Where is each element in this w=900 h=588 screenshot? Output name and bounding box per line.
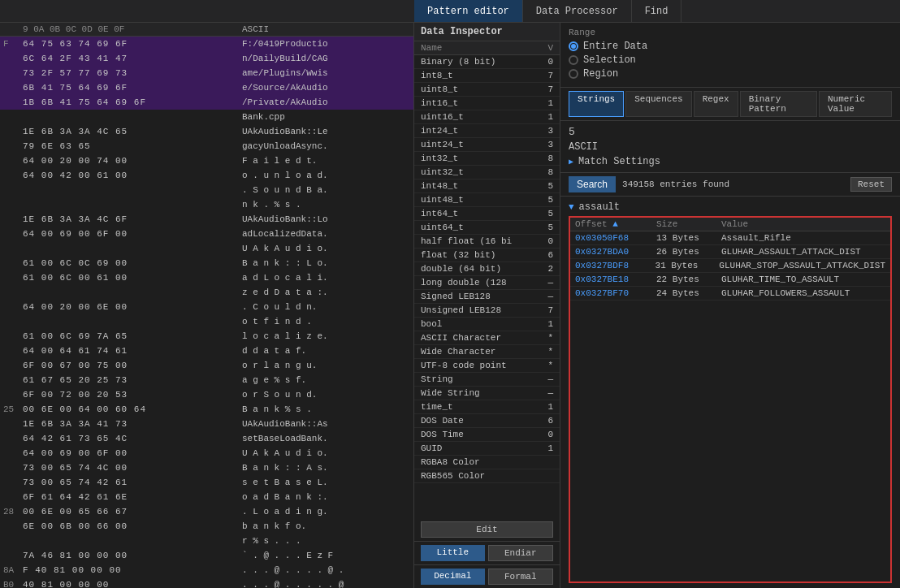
- di-row[interactable]: RGB565 Color: [414, 469, 560, 483]
- hex-row[interactable]: 64 00 69 00 6F 00adLocalizedData.: [0, 227, 413, 241]
- tab-sequences[interactable]: Sequences: [625, 91, 691, 117]
- hex-row[interactable]: 64 42 61 73 65 4CsetBaseLoadBank.: [0, 431, 413, 446]
- hex-row[interactable]: 2500 6E 00 64 00 60 64B a n k % s .: [0, 402, 413, 417]
- hex-row[interactable]: 73 2F 57 77 69 73ame/Plugins/Wwis: [0, 66, 413, 80]
- di-row[interactable]: uint8_t7: [414, 83, 560, 97]
- di-row[interactable]: int8_t7: [414, 69, 560, 83]
- di-row[interactable]: String—: [414, 373, 560, 387]
- pattern-editor-panel: Range Entire Data Selection Region Strin…: [560, 23, 900, 588]
- hex-row[interactable]: z e d D a t a :.: [0, 285, 413, 300]
- hex-row[interactable]: F64 75 63 74 69 6FF:/0419Productio: [0, 37, 413, 51]
- hex-row[interactable]: Bank.cpp: [0, 110, 413, 124]
- range-region-radio[interactable]: [569, 69, 578, 79]
- hex-row[interactable]: U A k A u d i o.: [0, 241, 413, 256]
- di-row[interactable]: bool1: [414, 318, 560, 331]
- hex-row[interactable]: 7A 46 81 00 00 00` . @ . . . E z F: [0, 548, 413, 563]
- hex-row[interactable]: 79 6E 63 65gacyUnloadAsync.: [0, 139, 413, 153]
- di-row[interactable]: float (32 bit)6: [414, 249, 560, 262]
- hex-row[interactable]: 64 00 69 00 6F 00U A k A u d i o.: [0, 446, 413, 460]
- tab-find[interactable]: Find: [632, 0, 682, 22]
- di-row[interactable]: Binary (8 bit)0: [414, 55, 560, 69]
- tab-strings[interactable]: Strings: [569, 91, 624, 117]
- di-row[interactable]: RGBA8 Color: [414, 456, 560, 469]
- hex-row[interactable]: 61 00 6C 00 61 00a d L o c a l i.: [0, 270, 413, 285]
- di-row[interactable]: uint48_t5: [414, 193, 560, 207]
- hex-row[interactable]: 1E 6B 3A 3A 4C 65UAkAudioBank::Le: [0, 124, 413, 139]
- hex-row[interactable]: 73 00 65 74 4C 00B a n k : : A s.: [0, 460, 413, 475]
- hex-row[interactable]: 73 00 65 74 42 61s e t B a s e L.: [0, 475, 413, 490]
- di-row[interactable]: int32_t8: [414, 152, 560, 166]
- di-row[interactable]: uint32_t8: [414, 166, 560, 179]
- di-decimal-btn[interactable]: Decimal: [421, 569, 485, 585]
- range-entire-data-row[interactable]: Entire Data: [569, 41, 892, 52]
- hex-row[interactable]: 1B 6B 41 75 64 69 6F/Private/AkAudio: [0, 95, 413, 110]
- tab-binary-pattern[interactable]: Binary Pattern: [740, 91, 817, 117]
- hex-row[interactable]: 64 00 42 00 61 00o . u n l o a d.: [0, 168, 413, 183]
- hex-row[interactable]: 8AF 40 81 00 00 00. . . @ . . . . @ .: [0, 563, 413, 577]
- hex-row[interactable]: 61 67 65 20 25 73a g e % s f.: [0, 373, 413, 387]
- hex-row[interactable]: n k . % s .: [0, 197, 413, 212]
- hex-row[interactable]: B040 81 00 00 00. . . @ . . . . . @: [0, 577, 413, 588]
- di-row[interactable]: time_t1: [414, 400, 560, 414]
- table-row[interactable]: 0x0327BDA026 BytesGLUHAR_ASSAULT_ATTACK_…: [570, 245, 890, 259]
- range-entire-data-label: Entire Data: [583, 41, 647, 52]
- di-row[interactable]: int16_t1: [414, 97, 560, 110]
- match-settings-row[interactable]: ▶ Match Settings: [569, 156, 892, 167]
- di-row[interactable]: GUID1: [414, 442, 560, 456]
- hex-row[interactable]: r % s . . .: [0, 534, 413, 548]
- hex-row[interactable]: . S o u n d B a.: [0, 183, 413, 197]
- di-row[interactable]: long double (128—: [414, 276, 560, 290]
- di-row[interactable]: Unsigned LEB1287: [414, 304, 560, 318]
- hex-row[interactable]: 2800 6E 00 65 66 67. L o a d i n g.: [0, 504, 413, 519]
- table-row[interactable]: 0x0327BDF831 BytesGLUHAR_STOP_ASSAULT_AT…: [570, 259, 890, 273]
- range-entire-data-radio[interactable]: [569, 41, 578, 51]
- hex-row[interactable]: 6F 00 67 00 75 00o r l a n g u.: [0, 358, 413, 373]
- table-row[interactable]: 0x0327BE1822 BytesGLUHAR_TIME_TO_ASSAULT: [570, 273, 890, 287]
- di-row[interactable]: uint64_t5: [414, 221, 560, 235]
- di-little-endian-btn[interactable]: Little: [421, 545, 485, 561]
- hex-row[interactable]: 1E 6B 3A 3A 4C 6FUAkAudioBank::Lo: [0, 212, 413, 227]
- di-row[interactable]: int48_t5: [414, 179, 560, 193]
- di-row[interactable]: int24_t3: [414, 124, 560, 138]
- hex-row[interactable]: 64 00 20 00 6E 00. C o u l d n.: [0, 300, 413, 314]
- hex-row[interactable]: 61 00 6C 69 7A 65l o c a l i z e.: [0, 329, 413, 344]
- di-row[interactable]: Wide String—: [414, 387, 560, 400]
- hex-row[interactable]: 6E 00 6B 00 66 00 b a n k f o.: [0, 519, 413, 534]
- di-row[interactable]: DOS Time0: [414, 428, 560, 442]
- di-row[interactable]: Wide Character*: [414, 345, 560, 359]
- di-row[interactable]: UTF-8 code point*: [414, 359, 560, 373]
- hex-row[interactable]: 6F 00 72 00 20 53o r S o u n d.: [0, 387, 413, 402]
- di-row[interactable]: uint16_t1: [414, 110, 560, 124]
- hex-row[interactable]: 61 00 6C 0C 69 00B a n k : : L o.: [0, 256, 413, 270]
- di-row[interactable]: int64_t5: [414, 207, 560, 221]
- hex-row[interactable]: 64 00 64 61 74 61d d a t a f.: [0, 344, 413, 358]
- di-row[interactable]: double (64 bit)2: [414, 262, 560, 276]
- di-row[interactable]: Signed LEB128—: [414, 290, 560, 304]
- hex-row[interactable]: 6F 61 64 42 61 6Eo a d B a n k :.: [0, 490, 413, 504]
- table-row[interactable]: 0x0327BF7024 BytesGLUHAR_FOLLOWERS_ASSAU…: [570, 287, 890, 300]
- hex-row[interactable]: 64 00 20 00 74 00F a i l e d t.: [0, 153, 413, 168]
- hex-content[interactable]: F64 75 63 74 69 6FF:/0419Productio6C 64 …: [0, 37, 413, 588]
- di-row[interactable]: half float (16 bi0: [414, 235, 560, 249]
- table-header-offset[interactable]: Offset ▲: [575, 219, 656, 229]
- di-row[interactable]: uint24_t3: [414, 138, 560, 152]
- table-row[interactable]: 0x03050F6813 BytesAssault_Rifle: [570, 231, 890, 245]
- hex-row[interactable]: 1E 6B 3A 3A 41 73UAkAudioBank::As: [0, 417, 413, 431]
- hex-row[interactable]: 6B 41 75 64 69 6Fe/Source/AkAudio: [0, 80, 413, 95]
- tab-data-processor[interactable]: Data Processor: [523, 0, 632, 22]
- range-selection-row[interactable]: Selection: [569, 54, 892, 66]
- di-row[interactable]: DOS Date6: [414, 414, 560, 428]
- tab-numeric-value[interactable]: Numeric Value: [819, 91, 892, 117]
- reset-button[interactable]: Reset: [850, 177, 892, 192]
- hex-row[interactable]: 6C 64 2F 43 41 47n/DailyBuild/CAG: [0, 51, 413, 66]
- range-region-row[interactable]: Region: [569, 68, 892, 80]
- tab-regex[interactable]: Regex: [694, 91, 738, 117]
- di-col-val-header: V: [529, 43, 553, 53]
- table-header-size[interactable]: Size: [656, 219, 721, 229]
- tab-pattern-editor[interactable]: Pattern editor: [414, 0, 523, 22]
- range-selection-radio[interactable]: [569, 55, 578, 65]
- di-edit-button[interactable]: Edit: [421, 521, 553, 538]
- search-button[interactable]: Search: [569, 176, 616, 192]
- di-row[interactable]: ASCII Character*: [414, 331, 560, 345]
- hex-row[interactable]: o t f i n d .: [0, 314, 413, 329]
